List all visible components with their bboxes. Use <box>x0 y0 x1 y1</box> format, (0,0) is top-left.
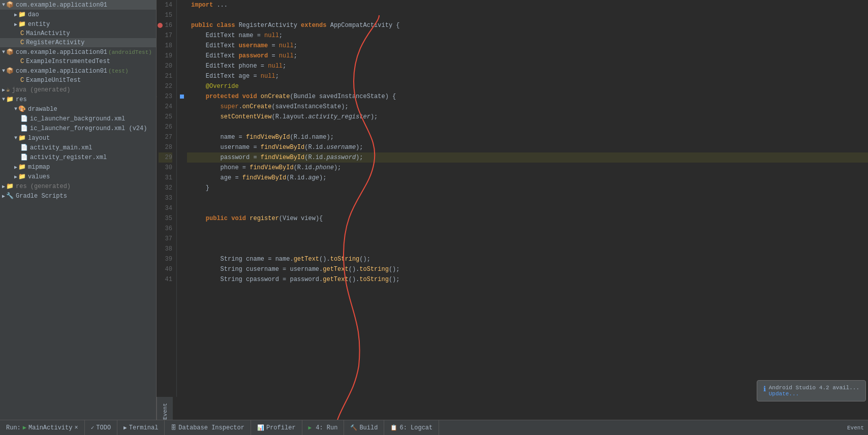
code-line-24: super.onCreate(savedInstanceState); <box>187 102 868 112</box>
line-num-39: 39 <box>159 254 172 264</box>
code-lines[interactable]: import ... public class RegisterActivity… <box>187 0 868 397</box>
database-inspector-icon: 🗄 <box>171 424 176 431</box>
package-icon-androidtest: 📦 <box>6 48 14 56</box>
sidebar-item-exampleinstrumentedtest[interactable]: C ExampleInstrumentedTest <box>0 57 156 66</box>
code-line-14: import ... <box>187 0 868 10</box>
notification-action[interactable]: Update... <box>769 391 859 397</box>
sidebar-item-dao[interactable]: ▶ 📁 dao <box>0 10 156 19</box>
sidebar-item-res[interactable]: ▼ 📁 res <box>0 95 156 104</box>
sidebar-item-exampleunittest[interactable]: C ExampleUnitTest <box>0 76 156 85</box>
sidebar-item-mainactivity[interactable]: C MainActivity <box>0 29 156 38</box>
code-line-21: EditText age = null; <box>187 71 868 81</box>
package-icon: 📦 <box>6 1 14 9</box>
line-num-31: 31 <box>159 173 172 183</box>
line-num-30: 30 <box>159 163 172 173</box>
sidebar-item-com-example[interactable]: ▼ 📦 com.example.application01 <box>0 0 156 10</box>
line-num-20: 20 <box>159 61 172 71</box>
folder-icon-resgen: 📁 <box>6 182 14 190</box>
expand-arrow-entity: ▶ <box>14 21 17 27</box>
tab-logcat-label: 6: Logcat <box>399 424 432 431</box>
sidebar-item-ic-launcher-fg[interactable]: 📄 ic_launcher_foreground.xml (v24) <box>0 123 156 133</box>
code-line-26 <box>187 122 868 132</box>
code-line-36 <box>187 224 868 234</box>
tab-database-inspector[interactable]: 🗄 Database Inspector <box>165 420 251 435</box>
code-line-28: username = findViewById(R.id.username); <box>187 142 868 152</box>
sidebar-item-activity-register[interactable]: 📄 activity_register.xml <box>0 152 156 162</box>
event-label: Event <box>162 403 168 420</box>
code-editor: 14 15 16 17 18 19 20 21 22 ▶ 23 24 25 26 <box>157 0 868 420</box>
sidebar-item-registeractivity[interactable]: C RegisterActivity <box>0 38 156 47</box>
line-num-15: 15 <box>159 10 172 20</box>
expand-arrow-test: ▼ <box>2 68 5 74</box>
profiler-icon: 📊 <box>257 424 264 431</box>
sidebar-item-label: activity_main.xml <box>30 144 92 151</box>
class-icon-instrumented: C <box>20 58 24 65</box>
sidebar-suffix-androidtest: (androidTest) <box>108 49 152 55</box>
expand-arrow-mipmap: ▶ <box>14 164 17 170</box>
line-num-23: ▶ 23 <box>159 91 172 102</box>
sidebar-item-entity[interactable]: ▶ 📁 entity <box>0 19 156 29</box>
sidebar-item-activity-main[interactable]: 📄 activity_main.xml <box>0 143 156 152</box>
tab-logcat[interactable]: 📋 6: Logcat <box>384 420 439 435</box>
tab-run-label: 4: Run <box>316 424 337 431</box>
folder-icon-dao: 📁 <box>18 11 26 18</box>
line-num-14: 14 <box>159 0 172 10</box>
sidebar-item-ic-launcher-bg[interactable]: 📄 ic_launcher_background.xml <box>0 114 156 123</box>
folder-icon-layout: 📁 <box>18 134 26 142</box>
run-close-button[interactable]: × <box>74 424 78 431</box>
code-line-34 <box>187 203 868 213</box>
expand-arrow: ▼ <box>2 2 5 8</box>
sidebar-item-mipmap[interactable]: ▶ 📁 mipmap <box>0 162 156 172</box>
class-icon-unit: C <box>20 77 24 84</box>
sidebar-item-label: ExampleInstrumentedTest <box>26 58 110 65</box>
sidebar-item-label: activity_register.xml <box>30 154 107 161</box>
sidebar-item-layout[interactable]: ▼ 📁 layout <box>0 133 156 143</box>
code-line-17: EditText name = null; <box>187 30 868 41</box>
expand-arrow-drawable: ▼ <box>14 106 17 112</box>
tab-profiler[interactable]: 📊 Profiler <box>251 420 302 435</box>
bottom-right-area: Event <box>847 425 868 431</box>
sidebar-item-values[interactable]: ▶ 📁 values <box>0 172 156 181</box>
sidebar-item-com-test[interactable]: ▼ 📦 com.example.application01 (test) <box>0 66 156 76</box>
right-panel: Event <box>157 397 173 420</box>
line-num-29: 29 <box>159 152 172 163</box>
sidebar-item-com-androidtest[interactable]: ▼ 📦 com.example.application01 (androidTe… <box>0 47 156 57</box>
run-label: Run: <box>6 424 21 431</box>
tab-terminal-label: Terminal <box>129 424 159 431</box>
expand-arrow-res: ▼ <box>2 97 5 102</box>
code-line-32: } <box>187 183 868 193</box>
sidebar-item-java-generated[interactable]: ▶ ☕ java (generated) <box>0 85 156 95</box>
project-sidebar: ▼ 📦 com.example.application01 ▶ 📁 dao ▶ … <box>0 0 157 420</box>
tab-profiler-label: Profiler <box>266 424 296 431</box>
gutter-indicator-23 <box>180 95 184 99</box>
sidebar-suffix-test: (test) <box>108 68 129 74</box>
tab-run[interactable]: ▶ 4: Run <box>302 420 345 435</box>
tab-build[interactable]: 🔨 Build <box>344 420 384 435</box>
code-line-33 <box>187 193 868 203</box>
terminal-icon: ▶ <box>123 424 127 431</box>
tab-terminal[interactable]: ▶ Terminal <box>117 420 165 435</box>
xml-icon-bg: 📄 <box>20 115 28 122</box>
sidebar-item-label: dao <box>28 11 39 18</box>
line-num-28: 28 <box>159 142 172 152</box>
line-num-18: 18 <box>159 41 172 51</box>
sidebar-item-res-generated[interactable]: ▶ 📁 res (generated) <box>0 181 156 191</box>
folder-icon-values: 📁 <box>18 173 26 180</box>
breakpoint-indicator <box>158 23 163 28</box>
code-line-27: name = findViewById(R.id.name); <box>187 132 868 142</box>
line-num-27: 27 <box>159 132 172 142</box>
class-icon-register: C <box>20 39 24 46</box>
folder-icon-entity: 📁 <box>18 20 26 28</box>
sidebar-item-gradle[interactable]: ▶ 🔧 Gradle Scripts <box>0 191 156 201</box>
xml-icon-fg: 📄 <box>20 125 28 132</box>
line-num-36: 36 <box>159 224 172 234</box>
notification-icon: ℹ <box>763 385 766 393</box>
tab-todo[interactable]: ✓ TODO <box>85 420 117 435</box>
sidebar-item-drawable[interactable]: ▼ 🎨 drawable <box>0 104 156 114</box>
expand-arrow-layout: ▼ <box>14 135 17 141</box>
sidebar-item-label: MainActivity <box>26 30 70 37</box>
line-num-33: 33 <box>159 193 172 203</box>
sidebar-item-label: Gradle Scripts <box>16 193 67 200</box>
code-line-18: EditText username = null; <box>187 41 868 51</box>
code-line-19: EditText password = null; <box>187 51 868 61</box>
